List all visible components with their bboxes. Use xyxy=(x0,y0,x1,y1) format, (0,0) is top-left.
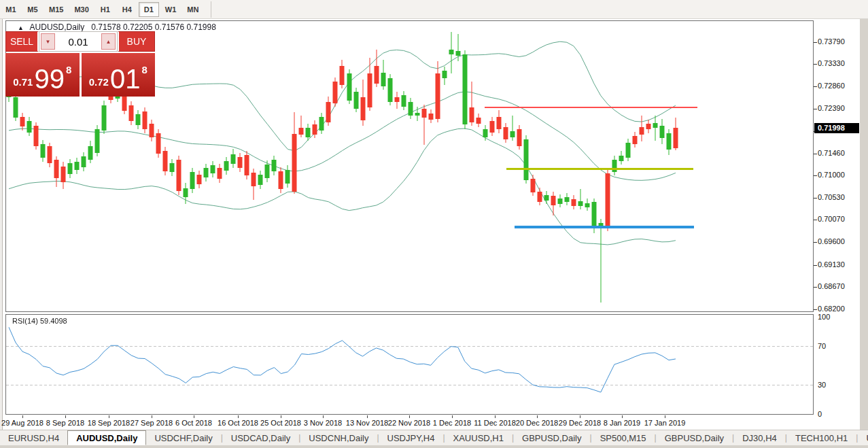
timeframe-button-mn[interactable]: MN xyxy=(182,2,203,17)
date-tick-mark xyxy=(367,415,368,418)
chart-tab-audusd-daily[interactable]: AUDUSD,Daily xyxy=(67,430,146,445)
chart-tab-usdcnh-daily[interactable]: USDCNH,Daily xyxy=(300,430,377,445)
date-tick-mark xyxy=(622,415,623,418)
price-tick-mark xyxy=(814,265,817,266)
price-tick-mark xyxy=(814,154,817,154)
price-tick-label: 0.70070 xyxy=(818,215,845,223)
lot-decrease-icon[interactable]: ▼ xyxy=(41,33,55,50)
price-tick-mark xyxy=(814,309,817,310)
rsi-tick-label: 30 xyxy=(818,381,826,389)
mt4-window: M1M5M15M30H1H4D1W1MN ▲ AUDUSD,Daily 0.71… xyxy=(0,0,868,448)
date-tick-label: 3 Nov 2018 xyxy=(304,419,342,427)
chart-tab-eurusd-h4[interactable]: EURUSD,H4 xyxy=(0,430,67,445)
timeframe-button-m1[interactable]: M1 xyxy=(1,2,21,17)
date-tick-mark xyxy=(238,415,239,418)
current-price-badge: 0.71998 xyxy=(814,123,859,133)
price-tick-mark xyxy=(814,198,817,199)
date-tick-mark xyxy=(65,415,66,418)
date-tick-label: 22 Nov 2018 xyxy=(388,419,430,427)
window-left-edge xyxy=(0,19,3,445)
collapse-triangle-icon[interactable]: ▲ xyxy=(18,24,24,31)
rsi-tick-label: 100 xyxy=(818,313,830,321)
buy-price-prefix: 0.72 xyxy=(89,76,109,88)
timeframe-button-d1[interactable]: D1 xyxy=(139,2,159,17)
date-axis[interactable]: 29 Aug 20188 Sep 201818 Sep 201827 Sep 2… xyxy=(5,416,814,430)
buy-price-pip: 8 xyxy=(141,64,147,75)
date-tick-label: 13 Nov 2018 xyxy=(346,419,388,427)
chart-tab-ukoil-h1[interactable]: UKOil,H1 xyxy=(858,430,868,445)
timeframe-button-m15[interactable]: M15 xyxy=(44,2,68,17)
date-tick-mark xyxy=(580,415,580,418)
price-tick-label: 0.71000 xyxy=(818,171,845,179)
rsi-chart-canvas[interactable] xyxy=(5,314,814,415)
date-tick-mark xyxy=(194,415,194,418)
date-tick-label: 18 Sep 2018 xyxy=(88,419,130,427)
sell-price-pip: 8 xyxy=(66,64,71,75)
price-tick-mark xyxy=(814,220,817,220)
date-tick-mark xyxy=(109,415,109,418)
date-tick-label: 16 Oct 2018 xyxy=(218,419,258,427)
chart-tab-usdjpy-h4[interactable]: USDJPY,H4 xyxy=(379,430,443,445)
date-tick-mark xyxy=(152,415,152,418)
lot-size-value[interactable]: 0.01 xyxy=(56,32,100,51)
sell-price-big: 99 xyxy=(34,67,65,90)
lot-increase-icon[interactable]: ▲ xyxy=(101,33,116,50)
date-tick-label: 8 Jan 2019 xyxy=(604,419,640,427)
chart-tab-bar: EURUSD,H4AUDUSD,DailyUSDCHF,Daily|USDCAD… xyxy=(0,430,868,445)
date-tick-mark xyxy=(22,415,23,418)
date-tick-label: 27 Sep 2018 xyxy=(131,419,173,427)
price-tick-label: 0.68200 xyxy=(818,305,845,313)
timeframe-button-m30[interactable]: M30 xyxy=(69,2,93,17)
date-tick-label: 6 Oct 2018 xyxy=(175,419,212,427)
price-tick-label: 0.73330 xyxy=(818,59,845,67)
price-tick-label: 0.69600 xyxy=(818,237,845,245)
date-tick-label: 29 Dec 2018 xyxy=(559,419,601,427)
price-tick-label: 0.71460 xyxy=(818,149,845,157)
rsi-tick-label: 0 xyxy=(818,410,822,418)
price-tick-label: 0.72860 xyxy=(818,82,845,90)
price-tick-label: 0.68670 xyxy=(818,282,845,290)
chart-tab-sp500-m15[interactable]: SP500,M15 xyxy=(592,430,655,445)
sell-quote-button[interactable]: 0.71 99 8 xyxy=(5,53,80,97)
price-tick-mark xyxy=(814,86,817,87)
timeframe-button-h4[interactable]: H4 xyxy=(117,2,137,17)
chart-tab-xauusd-h1[interactable]: XAUUSD,H1 xyxy=(445,430,512,445)
chart-tab-gbpusd-daily[interactable]: GBPUSD,Daily xyxy=(514,430,589,445)
date-tick-mark xyxy=(665,415,665,418)
buy-button[interactable]: BUY xyxy=(118,31,155,52)
price-tick-mark xyxy=(814,287,817,288)
buy-quote-button[interactable]: 0.72 01 8 xyxy=(82,53,156,97)
window-bottom-edge xyxy=(0,445,868,448)
sell-price-prefix: 0.71 xyxy=(13,76,33,88)
chart-tab-usdcad-daily[interactable]: USDCAD,Daily xyxy=(223,430,298,445)
price-tick-label: 0.73790 xyxy=(818,37,845,46)
timeframe-button-m5[interactable]: M5 xyxy=(22,2,43,17)
timeframe-toolbar: M1M5M15M30H1H4D1W1MN xyxy=(0,0,868,19)
chart-tab-tech100-h1[interactable]: TECH100,H1 xyxy=(787,430,856,445)
date-tick-label: 11 Dec 2018 xyxy=(474,419,516,427)
date-tick-label: 25 Oct 2018 xyxy=(260,419,301,427)
rsi-tick-label: 70 xyxy=(818,342,826,350)
date-tick-mark xyxy=(281,415,281,418)
date-tick-label: 8 Sep 2018 xyxy=(46,419,84,427)
rsi-indicator-label: RSI(14) 59.4098 xyxy=(12,317,67,325)
date-tick-label: 1 Dec 2018 xyxy=(433,419,471,427)
date-tick-mark xyxy=(495,415,496,418)
date-tick-mark xyxy=(537,415,538,418)
chart-tab-usdchf-daily[interactable]: USDCHF,Daily xyxy=(146,430,220,445)
chart-tab-gbpusd-daily[interactable]: GBPUSD,Daily xyxy=(657,430,732,445)
one-click-trade-panel: SELL ▼ 0.01 ▲ BUY 0.71 99 8 0.72 01 8 xyxy=(5,31,155,97)
chart-ohlc-values: 0.71578 0.72205 0.71576 0.71998 xyxy=(91,22,216,32)
price-tick-mark xyxy=(814,175,817,176)
timeframe-button-w1[interactable]: W1 xyxy=(160,2,181,17)
timeframe-button-h1[interactable]: H1 xyxy=(95,2,116,17)
price-tick-mark xyxy=(814,42,817,43)
price-tick-label: 0.69130 xyxy=(818,260,845,269)
date-tick-label: 17 Jan 2019 xyxy=(644,419,686,427)
price-tick-mark xyxy=(814,242,817,243)
chart-symbol-label: AUDUSD,Daily xyxy=(30,22,85,32)
chart-tab-dj30-h4[interactable]: DJ30,H4 xyxy=(734,430,785,445)
sell-button[interactable]: SELL xyxy=(5,31,39,52)
chart-title: ▲ AUDUSD,Daily 0.71578 0.72205 0.71576 0… xyxy=(18,22,216,32)
buy-price-big: 01 xyxy=(110,67,141,90)
